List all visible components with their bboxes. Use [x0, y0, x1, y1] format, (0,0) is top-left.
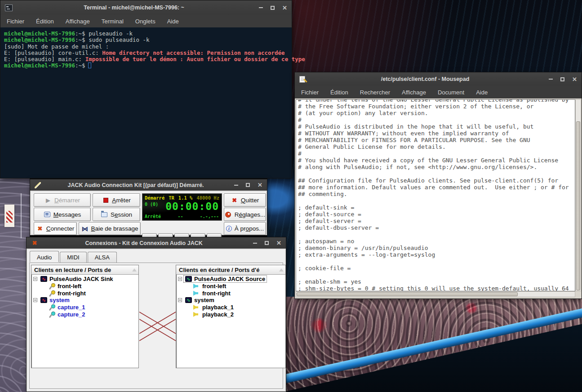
close-icon[interactable]: ✕ [572, 77, 577, 81]
tree-item[interactable]: PulseAudio JACK Source [177, 276, 285, 283]
tree-item[interactable]: system [32, 297, 138, 304]
tree-item-icon [193, 312, 200, 317]
tree-item-icon [193, 283, 200, 289]
tree-item[interactable]: PulseAudio JACK Sink [32, 276, 138, 283]
quit-icon [231, 197, 238, 203]
tab-alsa[interactable]: ALSA [88, 252, 117, 263]
connect-icon [36, 226, 44, 232]
vertical-scrollbar[interactable] [575, 99, 581, 291]
readable-clients-panel[interactable]: Clients en lecture / Ports de PulseAudio… [31, 265, 139, 368]
collapse-icon[interactable] [33, 277, 37, 281]
mousepad-frame: # it under the terms of the GNU Lesser G… [295, 98, 582, 298]
tree-item-label: front-left [202, 283, 226, 290]
editor-line: ; cookie-file = [298, 265, 575, 272]
maximize-icon[interactable] [271, 6, 275, 10]
editor-text-area[interactable]: # it under the terms of the GNU Lesser G… [296, 99, 575, 291]
maximize-icon[interactable] [560, 77, 564, 81]
close-icon[interactable]: ✕ [282, 6, 287, 10]
server-status: Démarré [145, 195, 164, 200]
close-icon[interactable]: ✕ [258, 183, 262, 187]
jack-titlebar[interactable]: JACK Audio Connection Kit [(par défaut)]… [30, 179, 267, 191]
transport-bpm: -.-,--- [200, 214, 219, 219]
tab-audio[interactable]: Audio [30, 251, 59, 262]
editor-line [298, 197, 575, 204]
connections-titlebar[interactable]: Connexions - Kit de Connexion Audio JACK… [27, 237, 286, 249]
menu-item[interactable]: Affichage [66, 18, 90, 25]
collapse-icon[interactable] [178, 277, 182, 281]
menu-item[interactable]: Affichage [402, 89, 426, 96]
audio-tab-panel: Clients en lecture / Ports de PulseAudio… [29, 263, 283, 389]
quit-button[interactable]: Quitter [224, 193, 266, 207]
settings-button[interactable]: Réglages... [224, 208, 266, 221]
scrollbar-thumb[interactable] [576, 121, 580, 290]
jack-window: JACK Audio Connection Kit [(par défaut)]… [30, 179, 267, 236]
tree-item-icon [49, 290, 55, 296]
writable-clients-header[interactable]: Clients en écriture / Ports d'é [176, 265, 285, 275]
connections-app-icon [31, 240, 38, 246]
tree-item-label: system [194, 297, 214, 303]
jack-body: Démarrer Arrêter Quitter Messages Sessio… [30, 191, 267, 235]
mousepad-titlebar[interactable]: /etc/pulse/client.conf - Mousepad ✕ [295, 72, 582, 86]
menu-item[interactable]: Document [438, 89, 464, 96]
editor-line: ; default-server = [298, 218, 575, 224]
tree-item-icon [40, 276, 47, 282]
patchbay-button[interactable]: Baie de brassage [79, 222, 141, 235]
tree-item[interactable]: front-right [40, 290, 138, 297]
minimize-icon[interactable] [253, 243, 257, 244]
terminal-titlebar[interactable]: Terminal - michel@michel-MS-7996: ~ ✕ [0, 0, 292, 15]
collapse-icon[interactable] [33, 298, 37, 302]
settings-icon [225, 212, 231, 218]
menu-item[interactable]: Rechercher [360, 89, 390, 96]
collapse-icon[interactable] [178, 298, 182, 302]
editor-line: ## commenting. [298, 191, 575, 197]
info-icon [226, 226, 232, 232]
session-button[interactable]: Session [93, 208, 140, 221]
connect-button[interactable]: Connecter [34, 222, 77, 235]
terminal-cursor [88, 62, 91, 68]
tree-item[interactable]: capture_2 [40, 311, 138, 318]
tree-item-icon [193, 304, 200, 310]
tree-item[interactable]: playback_1 [185, 304, 285, 311]
stop-button[interactable]: Arrêter [93, 193, 140, 207]
editor-line: # [298, 116, 575, 123]
about-button[interactable]: À propos... [224, 222, 266, 235]
readable-clients-tree: PulseAudio JACK Sink front-left front-ri… [31, 275, 138, 318]
minimize-icon[interactable] [549, 79, 553, 80]
tree-item[interactable]: front-right [185, 290, 285, 297]
connection-cables [139, 296, 176, 354]
editor-line: ## Configuration file for PulseAudio cli… [298, 177, 575, 184]
menu-item[interactable]: Fichier [301, 89, 319, 96]
menu-item[interactable]: Édition [330, 89, 348, 96]
menu-item[interactable]: Édition [36, 18, 54, 25]
scrollbar-thumb[interactable] [297, 292, 518, 296]
transport-flag: TR [169, 195, 174, 200]
writable-clients-panel[interactable]: Clients en écriture / Ports d'é PulseAud… [176, 265, 286, 368]
start-button[interactable]: Démarrer [34, 193, 91, 207]
maximize-icon[interactable] [265, 241, 269, 245]
menu-item[interactable]: Fichier [7, 18, 24, 25]
menu-item[interactable]: Aide [476, 89, 488, 96]
editor-line: # MERCHANTABILITY or FITNESS FOR A PARTI… [298, 137, 575, 143]
tab-midi[interactable]: MIDI [60, 252, 86, 263]
sample-rate: 48000 Hz [196, 195, 219, 200]
editor-line [298, 272, 575, 278]
horizontal-scrollbar[interactable] [296, 291, 575, 297]
maximize-icon[interactable] [246, 183, 250, 187]
terminal-window: Terminal - michel@michel-MS-7996: ~ ✕ Fi… [0, 0, 292, 178]
minimize-icon[interactable] [259, 7, 263, 8]
menu-item[interactable]: Terminal [102, 18, 124, 25]
tree-item[interactable]: capture_1 [40, 304, 138, 311]
mousepad-window: /etc/pulse/client.conf - Mousepad ✕ Fich… [294, 72, 582, 299]
readable-clients-header[interactable]: Clients en lecture / Ports de [31, 265, 138, 275]
tree-item-label: PulseAudio JACK Source [194, 276, 265, 282]
messages-button[interactable]: Messages [34, 208, 91, 221]
tree-item[interactable]: front-left [40, 283, 138, 290]
terminal-output[interactable]: michel@michel-MS-7996:~$ pulseaudio -k m… [0, 27, 292, 178]
close-icon[interactable]: ✕ [276, 241, 281, 245]
tree-item[interactable]: system [177, 297, 285, 304]
menu-item[interactable]: Onglets [135, 18, 155, 25]
tree-item[interactable]: playback_2 [185, 311, 285, 318]
menu-item[interactable]: Aide [167, 18, 179, 25]
tree-item[interactable]: front-left [185, 283, 285, 290]
minimize-icon[interactable] [234, 185, 238, 186]
